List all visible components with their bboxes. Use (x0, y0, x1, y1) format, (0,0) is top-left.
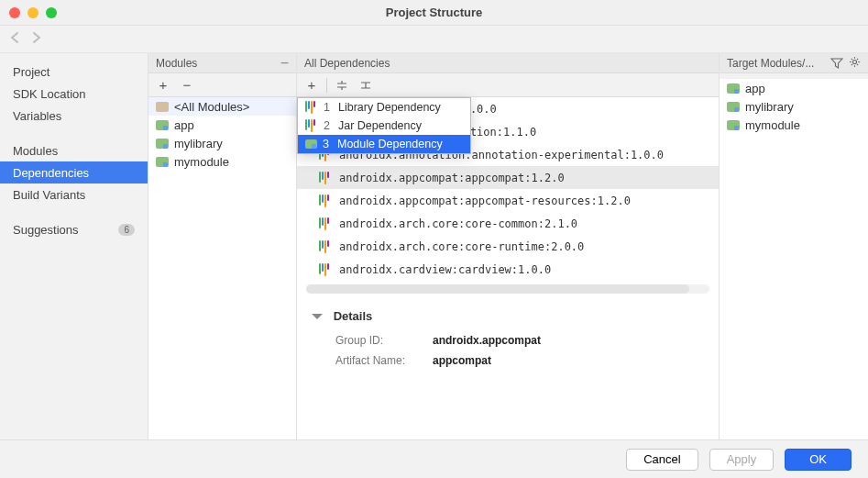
library-icon (319, 195, 332, 207)
artifact-name-value: appcompat (433, 354, 491, 367)
module-item-all[interactable]: <All Modules> (148, 97, 296, 116)
module-icon (727, 120, 740, 130)
targets-header: Target Modules/... (720, 53, 868, 73)
sidebar-item-modules[interactable]: Modules (0, 139, 148, 161)
details-title: Details (334, 309, 373, 323)
modules-toolbar: + − (148, 73, 296, 97)
group-id-label: Group ID: (335, 334, 418, 347)
category-sidebar: Project SDK Location Variables Modules D… (0, 53, 148, 439)
module-icon (727, 83, 740, 94)
suggestions-badge: 6 (118, 224, 135, 236)
dependencies-toolbar: + (297, 73, 719, 97)
module-item-mymodule[interactable]: mymodule (148, 152, 296, 171)
sidebar-item-variables[interactable]: Variables (0, 105, 148, 127)
library-icon (319, 217, 332, 230)
module-icon (156, 139, 169, 149)
remove-module-button[interactable]: − (178, 76, 196, 94)
dependency-row[interactable]: androidx.appcompat:appcompat-resources:1… (297, 189, 719, 212)
disclosure-triangle-icon[interactable] (312, 314, 323, 319)
module-item-app[interactable]: app (148, 116, 296, 134)
sidebar-item-build-variants[interactable]: Build Variants (0, 183, 148, 206)
library-icon (319, 172, 332, 184)
library-icon (305, 119, 318, 132)
window-title: Project Structure (386, 6, 482, 19)
titlebar: Project Structure (0, 0, 868, 26)
dependency-row[interactable]: androidx.arch.core:core-common:2.1.0 (297, 212, 719, 235)
target-item-app[interactable]: app (720, 79, 868, 97)
targets-list: app mylibrary mymodule (720, 79, 868, 134)
module-item-mylibrary[interactable]: mylibrary (148, 134, 296, 152)
dependencies-pane: All Dependencies + ty:1.0.0 notation:1.1… (297, 53, 720, 439)
ok-button[interactable]: OK (785, 449, 852, 471)
minimize-window-icon[interactable] (27, 7, 38, 18)
add-dependency-button[interactable]: + (302, 76, 321, 94)
sidebar-item-dependencies[interactable]: Dependencies (0, 161, 148, 183)
add-dependency-popup: 1 Library Dependency 2 Jar Dependency 3 … (297, 97, 471, 154)
dependency-row[interactable]: androidx.arch.core:core-runtime:2.0.0 (297, 235, 719, 258)
dependency-row[interactable]: androidx.appcompat:appcompat:1.2.0 (297, 166, 719, 189)
collapse-all-button[interactable] (357, 76, 375, 94)
sidebar-item-project[interactable]: Project (0, 61, 148, 83)
target-item-mylibrary[interactable]: mylibrary (720, 97, 868, 116)
modules-pane: Modules − + − <All Modules> app mylibrar… (148, 53, 297, 439)
artifact-name-label: Artifact Name: (335, 354, 418, 367)
dialog-footer: Cancel Apply OK (0, 439, 868, 478)
sidebar-item-sdk-location[interactable]: SDK Location (0, 83, 148, 105)
expand-all-button[interactable] (333, 76, 351, 94)
filter-icon[interactable] (830, 57, 843, 70)
gear-icon[interactable] (849, 56, 861, 71)
modules-header: Modules − (148, 53, 296, 73)
target-item-mymodule[interactable]: mymodule (720, 116, 868, 134)
module-icon (156, 120, 169, 130)
module-icon (305, 139, 317, 149)
horizontal-scrollbar[interactable] (306, 284, 709, 294)
library-icon (319, 263, 332, 276)
popup-item-jar-dependency[interactable]: 2 Jar Dependency (298, 117, 470, 135)
close-window-icon[interactable] (9, 7, 20, 18)
history-nav (0, 26, 868, 53)
dependency-row[interactable]: androidx.cardview:cardview:1.0.0 (297, 258, 719, 281)
back-button[interactable] (9, 32, 22, 46)
minimize-icon[interactable]: − (280, 55, 289, 72)
sidebar-item-suggestions[interactable]: Suggestions 6 (0, 218, 148, 240)
svg-point-0 (852, 60, 856, 63)
dependencies-header: All Dependencies (297, 53, 719, 73)
module-icon (156, 157, 169, 167)
group-id-value: androidx.appcompat (433, 334, 541, 347)
module-icon (727, 102, 740, 112)
popup-item-library-dependency[interactable]: 1 Library Dependency (298, 98, 470, 117)
cancel-button[interactable]: Cancel (626, 449, 698, 471)
forward-button[interactable] (29, 32, 42, 46)
add-module-button[interactable]: + (154, 76, 172, 94)
popup-item-module-dependency[interactable]: 3 Module Dependency (298, 135, 470, 153)
details-pane: Details Group ID: androidx.appcompat Art… (297, 297, 719, 382)
library-icon (305, 101, 318, 114)
library-icon (319, 240, 332, 253)
target-modules-pane: Target Modules/... app mylibrary (720, 53, 868, 439)
apply-button[interactable]: Apply (709, 449, 775, 471)
zoom-window-icon[interactable] (46, 7, 57, 18)
folder-icon (156, 102, 169, 112)
